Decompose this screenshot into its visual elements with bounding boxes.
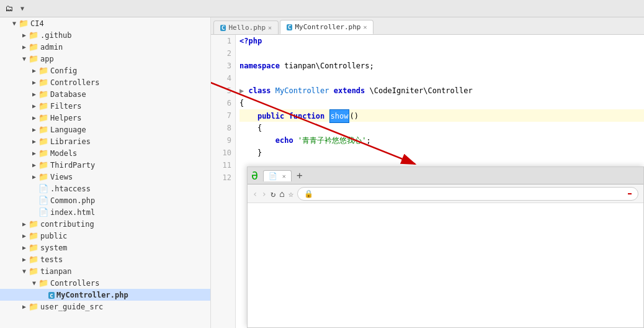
- tree-item-icon: 📁: [29, 266, 38, 276]
- code-text: namespace tianpan\Controllers;: [239, 62, 374, 70]
- line-number: 8: [215, 122, 231, 134]
- tree-item-label: system: [40, 244, 67, 252]
- line-number: 1: [215, 35, 231, 47]
- tree-item-app[interactable]: ▼📁app: [0, 53, 210, 65]
- tree-item-icon: 📁: [29, 219, 38, 229]
- code-line: [239, 47, 644, 60]
- tree-arrow-icon[interactable]: ▼: [20, 55, 29, 62]
- refresh-button[interactable]: ↻: [271, 189, 275, 199]
- tree-arrow-icon[interactable]: ▶: [30, 114, 38, 121]
- tree-item-icon: 📁: [38, 148, 48, 158]
- tree-item-tianpan[interactable]: ▼📁tianpan: [0, 265, 210, 277]
- line-number: 3: [215, 60, 231, 72]
- tree-arrow-icon[interactable]: ▼: [30, 280, 38, 286]
- tree-item-tests[interactable]: ▶📁tests: [0, 253, 210, 265]
- tree-item-contributing[interactable]: ▶📁contributing: [0, 218, 210, 230]
- code-line: echo '青青子衿悠悠我心';: [239, 134, 644, 147]
- browser-tab[interactable]: 📄 ✕: [263, 170, 292, 181]
- tab-close-icon[interactable]: ✕: [268, 24, 272, 31]
- code-line: <?php: [239, 35, 644, 47]
- tab-bar: CHello.php✕CMyController.php✕: [211, 17, 644, 35]
- browser-tab-close-icon[interactable]: ✕: [282, 173, 286, 180]
- tree-arrow-icon[interactable]: ▶: [20, 43, 29, 50]
- tree-item-libraries[interactable]: ▶📁Libraries: [0, 135, 210, 147]
- tree-item-system[interactable]: ▶📁system: [0, 242, 210, 253]
- keyword-token: public: [257, 112, 284, 121]
- tree-item-language[interactable]: ▶📁Language: [0, 124, 210, 135]
- title-bar: 🗂 ▼: [0, 0, 644, 17]
- tree-item-mycontroller-php[interactable]: cMyController.php: [0, 289, 210, 301]
- tree-item-label: Libraries: [50, 137, 91, 146]
- tree-item-icon: 📁: [38, 125, 48, 134]
- security-icon: 🔒: [304, 189, 313, 198]
- tree-item--htaccess[interactable]: 📄.htaccess: [0, 183, 210, 194]
- back-button[interactable]: ‹: [253, 189, 257, 199]
- editor-area: CHello.php✕CMyController.php✕ 1234567891…: [211, 17, 644, 328]
- browser-new-tab-icon[interactable]: +: [297, 170, 303, 181]
- tree-item-models[interactable]: ▶📁Models: [0, 147, 210, 159]
- tree-arrow-icon[interactable]: ▶: [30, 126, 38, 133]
- tree-item-admin[interactable]: ▶📁admin: [0, 41, 210, 53]
- tree-item-database[interactable]: ▶📁Database: [0, 88, 210, 100]
- tree-arrow-icon[interactable]: ▶: [30, 102, 38, 109]
- star-button[interactable]: ☆: [288, 189, 293, 199]
- tab-hello[interactable]: CHello.php✕: [213, 20, 279, 34]
- line-number: 5: [215, 84, 231, 97]
- tree-item-label: .github: [40, 31, 72, 40]
- tree-item-label: index.html: [50, 208, 95, 217]
- line-number: 6: [215, 97, 231, 109]
- tree-item-icon: 📁: [19, 19, 29, 28]
- line-number: 7: [215, 109, 231, 122]
- tree-item-config[interactable]: ▶📁Config: [0, 65, 210, 76]
- tree-item-icon: 📁: [38, 172, 48, 181]
- tree-arrow-icon[interactable]: ▶: [20, 303, 29, 310]
- tree-item-public[interactable]: ▶📁public: [0, 230, 210, 242]
- tree-arrow-icon[interactable]: ▼: [20, 268, 29, 275]
- tree-item--github[interactable]: ▶📁.github: [0, 29, 210, 41]
- tree-arrow-icon[interactable]: ▼: [10, 20, 19, 27]
- tree-item-filters[interactable]: ▶📁Filters: [0, 100, 210, 112]
- tree-arrow-icon[interactable]: ▶: [30, 173, 38, 180]
- tree-item-controllers[interactable]: ▶📁Controllers: [0, 76, 210, 88]
- tree-arrow-icon[interactable]: ▶: [30, 162, 38, 168]
- forward-button[interactable]: ›: [261, 189, 266, 199]
- tree-item-controllers[interactable]: ▼📁Controllers: [0, 277, 210, 289]
- tree-item-label: admin: [40, 43, 63, 52]
- tree-item-ci4[interactable]: ▼📁CI4: [0, 17, 210, 29]
- tree-item-index-html[interactable]: 📄index.html: [0, 206, 210, 218]
- tree-arrow-icon[interactable]: ▶: [30, 67, 38, 74]
- tree-arrow-icon[interactable]: ▶: [30, 79, 38, 86]
- tree-item-user-guide-src[interactable]: ▶📁user_guide_src: [0, 301, 210, 312]
- tree-item-common-php[interactable]: 📄Common.php: [0, 194, 210, 206]
- tree-arrow-icon[interactable]: ▶: [30, 91, 38, 98]
- tree-item-icon: 📁: [38, 101, 48, 111]
- code-text: }: [257, 148, 262, 157]
- tree-item-label: Views: [50, 173, 73, 181]
- tree-item-icon: 📁: [38, 278, 48, 288]
- line-number: 10: [215, 147, 231, 159]
- tree-item-label: tests: [40, 255, 63, 264]
- tree-arrow-icon[interactable]: ▶: [20, 32, 29, 39]
- tab-mycontroller[interactable]: CMyController.php✕: [280, 20, 373, 34]
- tree-arrow-icon[interactable]: ▶: [20, 232, 29, 239]
- tree-item-icon: 📁: [38, 160, 48, 170]
- tree-arrow-icon[interactable]: ▶: [30, 150, 38, 157]
- line-numbers: 123456789101112: [211, 35, 236, 328]
- tree-arrow-icon[interactable]: ▶: [20, 244, 29, 251]
- project-icon: 🗂: [5, 4, 13, 13]
- address-bar[interactable]: 🔒: [297, 187, 638, 201]
- line-number: 11: [215, 159, 231, 171]
- tree-item-label: Controllers: [50, 279, 99, 288]
- tree-item-thirdparty[interactable]: ▶📁ThirdParty: [0, 159, 210, 171]
- tree-item-views[interactable]: ▶📁Views: [0, 171, 210, 183]
- line-number: 12: [215, 171, 231, 184]
- tab-close-icon[interactable]: ✕: [363, 24, 367, 30]
- tree-arrow-icon[interactable]: ▶: [30, 138, 38, 145]
- title-bar-arrow[interactable]: ▼: [20, 5, 24, 12]
- tree-arrow-icon[interactable]: ▶: [20, 221, 29, 227]
- tree-item-helpers[interactable]: ▶📁Helpers: [0, 112, 210, 124]
- browser-toolbar: ‹ › ↻ ⌂ ☆ 🔒: [248, 184, 643, 203]
- tree-arrow-icon[interactable]: ▶: [20, 256, 29, 263]
- tree-item-label: Models: [50, 149, 77, 158]
- home-button[interactable]: ⌂: [279, 189, 284, 199]
